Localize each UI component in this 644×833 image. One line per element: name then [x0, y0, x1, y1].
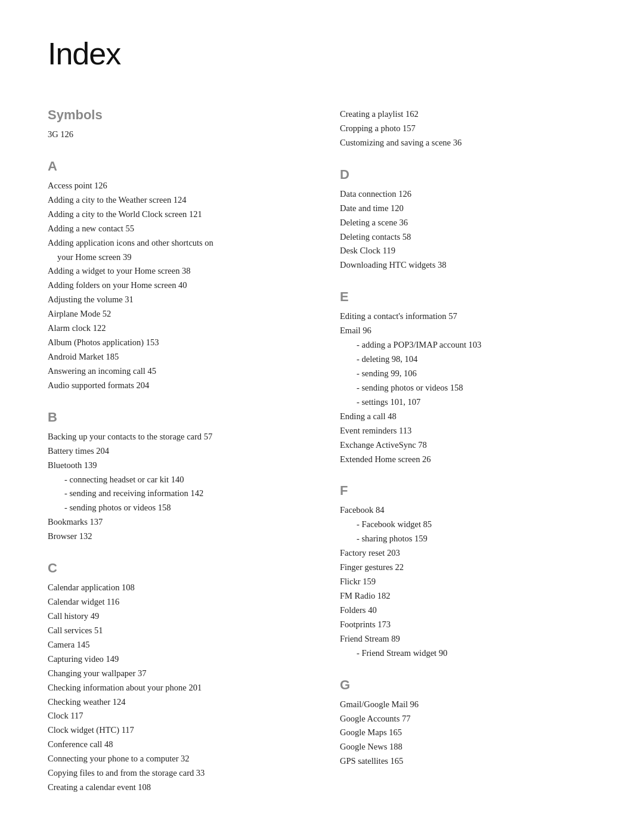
- section-letter: Symbols: [48, 107, 304, 123]
- index-entry: Extended Home screen 26: [340, 453, 596, 467]
- index-entry: Folders 40: [340, 603, 596, 618]
- index-entry: - sending 99, 106: [340, 367, 596, 381]
- index-entry: Album (Photos application) 153: [48, 336, 304, 350]
- left-column: Symbols3G 126AAccess point 126Adding a c…: [48, 107, 304, 812]
- index-entry: - sending photos or videos 158: [48, 501, 304, 515]
- index-entry: Adjusting the volume 31: [48, 293, 304, 307]
- index-entry: Airplane Mode 52: [48, 307, 304, 321]
- index-section: Symbols3G 126: [48, 107, 304, 142]
- index-entry: Access point 126: [48, 179, 304, 193]
- section-letter: F: [340, 483, 596, 498]
- index-entry: Adding a new contact 55: [48, 222, 304, 236]
- index-entry: Android Market 185: [48, 350, 304, 364]
- index-section: CCalendar application 108Calendar widget…: [48, 561, 304, 795]
- index-entry: Editing a contact's information 57: [340, 309, 596, 324]
- index-entry: Calendar widget 116: [48, 595, 304, 609]
- index-section: Creating a playlist 162Cropping a photo …: [340, 107, 596, 150]
- index-section: BBacking up your contacts to the storage…: [48, 410, 304, 544]
- index-entry: Email 96: [340, 324, 596, 338]
- index-entry: Deleting a scene 36: [340, 216, 596, 230]
- index-entry: Capturing video 149: [48, 652, 304, 667]
- index-entry: Date and time 120: [340, 202, 596, 216]
- index-entry: Customizing and saving a scene 36: [340, 136, 596, 150]
- index-entry: Google News 188: [340, 740, 596, 754]
- index-entry: Changing your wallpaper 37: [48, 667, 304, 681]
- index-entry: - adding a POP3/IMAP account 103: [340, 338, 596, 352]
- section-letter: B: [48, 410, 304, 425]
- index-entry: Flickr 159: [340, 575, 596, 589]
- index-entry: Cropping a photo 157: [340, 122, 596, 136]
- index-entry: Call services 51: [48, 624, 304, 638]
- index-entry: Browser 132: [48, 529, 304, 544]
- index-entry: - sending photos or videos 158: [340, 381, 596, 395]
- index-entry: Backing up your contacts to the storage …: [48, 430, 304, 444]
- section-letter: A: [48, 159, 304, 174]
- index-entry: 3G 126: [48, 128, 304, 142]
- index-entry: - deleting 98, 104: [340, 352, 596, 367]
- page-title: Index: [48, 36, 596, 72]
- index-entry: Footprints 173: [340, 618, 596, 632]
- index-section: DData connection 126Date and time 120Del…: [340, 167, 596, 273]
- index-entry: Finger gestures 22: [340, 561, 596, 575]
- index-entry: Checking weather 124: [48, 695, 304, 710]
- index-entry: - settings 101, 107: [340, 395, 596, 410]
- index-entry: Adding a city to the Weather screen 124: [48, 193, 304, 208]
- index-entry: - connecting headset or car kit 140: [48, 473, 304, 487]
- index-entry: - sending and receiving information 142: [48, 487, 304, 501]
- index-entry: Facebook 84: [340, 503, 596, 518]
- index-entry: Adding a city to the World Clock screen …: [48, 208, 304, 222]
- index-entry: Adding application icons and other short…: [48, 236, 304, 250]
- index-entry: Clock widget (HTC) 117: [48, 723, 304, 738]
- index-entry: Battery times 204: [48, 444, 304, 459]
- index-entry: - Facebook widget 85: [340, 518, 596, 532]
- index-entry: Bookmarks 137: [48, 515, 304, 529]
- index-entry: your Home screen 39: [48, 250, 304, 265]
- index-entry: Google Maps 165: [340, 726, 596, 740]
- index-entry: Bluetooth 139: [48, 459, 304, 473]
- index-entry: Ending a call 48: [340, 410, 596, 424]
- index-entry: Conference call 48: [48, 738, 304, 752]
- section-letter: D: [340, 167, 596, 182]
- index-entry: Connecting your phone to a computer 32: [48, 752, 304, 766]
- index-entry: Copying files to and from the storage ca…: [48, 766, 304, 781]
- index-entry: Adding a widget to your Home screen 38: [48, 264, 304, 278]
- index-entry: FM Radio 182: [340, 589, 596, 603]
- index-entry: - sharing photos 159: [340, 532, 596, 546]
- index-entry: Clock 117: [48, 709, 304, 723]
- index-entry: Calendar application 108: [48, 581, 304, 595]
- section-letter: C: [48, 561, 304, 576]
- index-entry: Checking information about your phone 20…: [48, 681, 304, 695]
- index-entry: Factory reset 203: [340, 546, 596, 561]
- index-entry: GPS satellites 165: [340, 754, 596, 769]
- index-entry: Gmail/Google Mail 96: [340, 698, 596, 712]
- index-entry: Downloading HTC widgets 38: [340, 258, 596, 272]
- index-entry: Call history 49: [48, 609, 304, 624]
- index-entry: Exchange ActiveSync 78: [340, 438, 596, 453]
- index-entry: Creating a calendar event 108: [48, 781, 304, 795]
- index-entry: Audio supported formats 204: [48, 379, 304, 393]
- index-entry: Event reminders 113: [340, 424, 596, 438]
- index-section: GGmail/Google Mail 96Google Accounts 77G…: [340, 677, 596, 769]
- index-section: FFacebook 84- Facebook widget 85- sharin…: [340, 483, 596, 660]
- index-section: AAccess point 126Adding a city to the We…: [48, 159, 304, 393]
- index-entry: Friend Stream 89: [340, 632, 596, 646]
- index-entry: Desk Clock 119: [340, 244, 596, 258]
- index-entry: Data connection 126: [340, 187, 596, 202]
- index-entry: - Friend Stream widget 90: [340, 646, 596, 661]
- section-letter: G: [340, 677, 596, 693]
- index-entry: Alarm clock 122: [48, 321, 304, 336]
- index-entry: Creating a playlist 162: [340, 107, 596, 122]
- right-column: Creating a playlist 162Cropping a photo …: [340, 107, 596, 785]
- index-entry: Deleting contacts 58: [340, 230, 596, 244]
- section-letter: E: [340, 289, 596, 305]
- index-entry: Adding folders on your Home screen 40: [48, 278, 304, 293]
- index-entry: Camera 145: [48, 638, 304, 652]
- index-entry: Answering an incoming call 45: [48, 364, 304, 379]
- index-section: EEditing a contact's information 57Email…: [340, 289, 596, 466]
- index-entry: Google Accounts 77: [340, 712, 596, 726]
